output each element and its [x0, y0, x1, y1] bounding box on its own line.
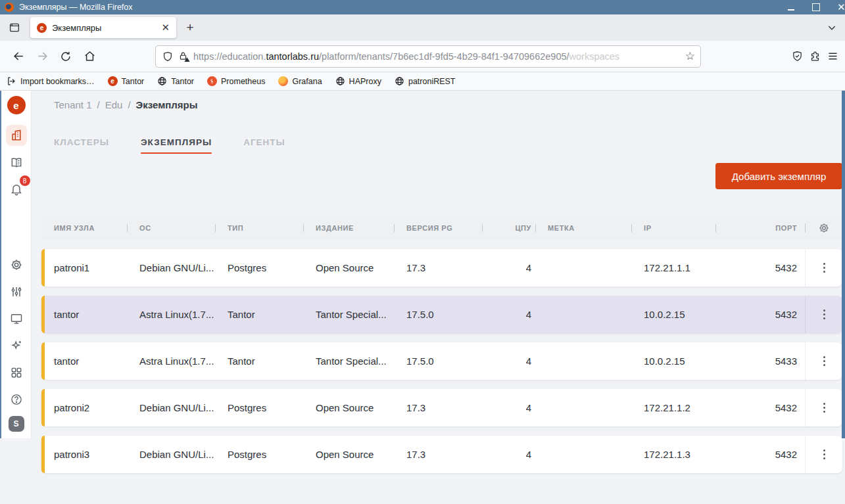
sidebar-item-help[interactable]	[6, 389, 27, 410]
cell-version-pg: 17.3	[394, 449, 482, 460]
page-scrollbar[interactable]	[842, 91, 845, 438]
lock-warning-icon[interactable]	[178, 51, 188, 61]
col-cpu[interactable]: ЦПУ	[482, 224, 535, 232]
sidebar-item-settings[interactable]	[6, 254, 27, 275]
reload-button[interactable]	[54, 45, 78, 68]
bookmark-patronirest[interactable]: patroniREST	[395, 76, 456, 86]
new-tab-button[interactable]: +	[180, 18, 200, 37]
bookmark-import[interactable]: Import bookmarks…	[7, 76, 95, 86]
monitor-icon	[10, 312, 23, 325]
col-node-name[interactable]: ИМЯ УЗЛА	[41, 224, 127, 232]
globe-icon	[395, 76, 404, 86]
bookmark-tantor-2[interactable]: Tantor	[157, 76, 194, 86]
col-type[interactable]: ТИП	[215, 224, 303, 232]
list-all-tabs-chevron-icon[interactable]	[823, 22, 841, 33]
globe-icon	[157, 76, 167, 86]
bookmark-tantor-1[interactable]: e Tantor	[108, 76, 145, 86]
breadcrumb-current: Экземпляры	[136, 99, 198, 110]
sidebar-item-notifications[interactable]: 8	[6, 179, 27, 200]
sidebar-item-tenants[interactable]	[6, 125, 27, 146]
url-bar[interactable]: https://education.tantorlabs.ru/platform…	[155, 45, 701, 68]
sidebar-item-monitoring[interactable]	[6, 308, 27, 329]
cell-edition: Tantor Special...	[303, 309, 394, 320]
col-port[interactable]: ПОРТ	[715, 224, 805, 232]
bookmark-haproxy[interactable]: HAProxy	[335, 76, 381, 86]
cell-os: Debian GNU/Li...	[127, 449, 215, 460]
sidebar-item-apps[interactable]	[6, 362, 27, 383]
sidebar-item-tuning[interactable]	[6, 281, 27, 302]
cell-type: Tantor	[215, 355, 303, 367]
col-label[interactable]: МЕТКА	[535, 224, 631, 232]
col-ip[interactable]: IP	[631, 224, 715, 232]
cell-edition: Open Source	[303, 262, 394, 273]
cell-node-name: tantor	[41, 309, 127, 320]
tab-clusters[interactable]: КЛАСТЕРЫ	[54, 137, 109, 154]
tab-title: Экземпляры	[52, 23, 155, 33]
cell-ip: 10.0.2.15	[631, 355, 715, 367]
cell-node-name: patroni1	[41, 262, 127, 273]
cell-ip: 172.21.1.2	[631, 402, 715, 413]
bookmark-star-icon[interactable]: ☆	[685, 49, 695, 63]
tab-agents[interactable]: АГЕНТЫ	[243, 137, 285, 154]
tantor-logo-icon: e	[108, 76, 118, 86]
bookmark-grafana[interactable]: Grafana	[278, 76, 322, 86]
cell-cpu: 4	[482, 449, 535, 460]
navigation-toolbar: https://education.tantorlabs.ru/platform…	[0, 41, 845, 72]
row-actions	[805, 296, 842, 333]
cell-ip: 172.21.1.1	[631, 262, 715, 273]
cell-node-name: tantor	[41, 355, 127, 367]
tab-favicon-tantor: e	[37, 23, 47, 33]
kebab-menu-icon[interactable]	[821, 307, 828, 322]
add-instance-button[interactable]: Добавить экземпляр	[715, 163, 842, 189]
sidebar-item-docs[interactable]	[6, 152, 27, 173]
close-button[interactable]: ✕	[837, 3, 845, 11]
tantor-app-logo[interactable]: e	[7, 96, 26, 114]
sliders-icon	[10, 285, 23, 298]
tracking-protection-shield-icon[interactable]	[792, 51, 803, 62]
col-version-pg[interactable]: ВЕРСИЯ PG	[394, 224, 482, 232]
home-button[interactable]	[78, 45, 101, 68]
cell-ip: 10.0.2.15	[631, 309, 715, 320]
table-header: ИМЯ УЗЛА ОС ТИП ИЗДАНИЕ ВЕРСИЯ PG ЦПУ МЕ…	[41, 216, 842, 240]
kebab-menu-icon[interactable]	[821, 447, 828, 462]
tab-instances[interactable]: ЭКЗЕМПЛЯРЫ	[141, 137, 212, 154]
table-row[interactable]: tantor Astra Linux(1.7... Tantor Tantor …	[41, 296, 842, 333]
cell-port: 5432	[715, 449, 805, 460]
col-os[interactable]: ОС	[127, 224, 215, 232]
cell-type: Postgres	[215, 262, 303, 273]
breadcrumb-workspace[interactable]: Edu	[105, 99, 123, 110]
extensions-puzzle-icon[interactable]	[809, 51, 821, 62]
browser-tab-active[interactable]: e Экземпляры ✕	[30, 17, 176, 38]
breadcrumb-tenant[interactable]: Tenant 1	[54, 99, 92, 110]
tab-strip: e Экземпляры ✕ +	[0, 14, 845, 41]
forward-button[interactable]	[30, 45, 54, 68]
firefox-view-icon[interactable]	[4, 18, 25, 37]
tab-close-icon[interactable]: ✕	[160, 22, 171, 34]
column-settings-gear-icon[interactable]	[805, 216, 842, 240]
page-tabs: КЛАСТЕРЫ ЭКЗЕМПЛЯРЫ АГЕНТЫ	[54, 137, 842, 154]
row-actions	[805, 342, 842, 380]
prometheus-logo-icon	[207, 76, 217, 86]
row-actions	[805, 436, 842, 473]
col-edition[interactable]: ИЗДАНИЕ	[303, 224, 394, 232]
bookmark-prometheus[interactable]: Prometheus	[207, 76, 265, 86]
table-row[interactable]: tantor Astra Linux(1.7... Tantor Tantor …	[41, 342, 842, 380]
kebab-menu-icon[interactable]	[821, 400, 828, 415]
table-row[interactable]: patroni1 Debian GNU/Li... Postgres Open …	[41, 249, 842, 286]
maximize-button[interactable]	[812, 3, 820, 11]
minimize-button[interactable]	[787, 3, 795, 11]
kebab-menu-icon[interactable]	[821, 260, 828, 275]
gear-icon	[10, 258, 23, 271]
user-avatar[interactable]: S	[9, 416, 24, 432]
sidebar-item-assistant[interactable]	[6, 335, 27, 356]
menu-hamburger-icon[interactable]	[827, 51, 838, 62]
globe-icon	[335, 76, 345, 86]
shield-icon[interactable]	[162, 51, 173, 62]
book-icon	[10, 156, 23, 169]
kebab-menu-icon[interactable]	[821, 354, 828, 369]
bookmarks-toolbar: Import bookmarks… e Tantor Tantor Promet…	[0, 72, 845, 91]
table-row[interactable]: patroni2 Debian GNU/Li... Postgres Open …	[41, 389, 842, 426]
table-row[interactable]: patroni3 Debian GNU/Li... Postgres Open …	[41, 436, 842, 473]
back-button[interactable]	[7, 45, 30, 68]
instances-table: ИМЯ УЗЛА ОС ТИП ИЗДАНИЕ ВЕРСИЯ PG ЦПУ МЕ…	[41, 216, 842, 473]
